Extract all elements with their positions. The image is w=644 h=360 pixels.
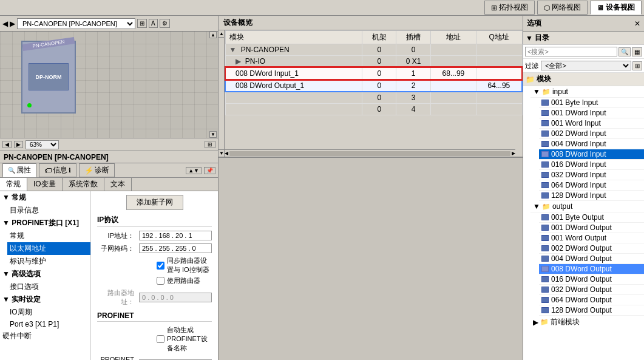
table-row-output[interactable]: 008 DWord Output_1 0 2 64...95 bbox=[225, 80, 522, 92]
nav-item-hw-interrupt[interactable]: 硬件中断 bbox=[0, 330, 90, 342]
table-row[interactable]: ▶ PN-IO 0 0 X1 bbox=[225, 56, 522, 68]
table-scroll-up[interactable]: ▲ bbox=[219, 30, 224, 38]
device-view-tab[interactable]: 🖥 设备视图 bbox=[590, 1, 642, 15]
col-rack: 机架 bbox=[362, 31, 396, 44]
options-close-btn[interactable]: ✕ bbox=[634, 19, 640, 28]
tree-item-032-dword-input[interactable]: 032 DWord Input bbox=[539, 170, 644, 180]
topology-icon: ⊞ bbox=[491, 4, 497, 12]
device-visual[interactable]: PN-CANOPEN DP-NORM bbox=[21, 41, 76, 114]
tab-general[interactable]: 常规 bbox=[0, 178, 27, 191]
table-scroll-right[interactable]: ▶ bbox=[512, 151, 515, 156]
tree-item-128-dword-output[interactable]: 128 DWord Output bbox=[539, 305, 644, 316]
table-row[interactable]: 0 3 bbox=[225, 92, 522, 104]
output-folder[interactable]: ▼ 📁 output bbox=[530, 201, 644, 212]
nav-item-profinet[interactable]: ▼ PROFINET接口 [X1] bbox=[0, 217, 90, 229]
options-search-btn1[interactable]: 🔍 bbox=[619, 47, 631, 56]
tree-item-002-dword-output[interactable]: 002 DWord Output bbox=[539, 243, 644, 254]
tree-item-001-dword-output[interactable]: 001 DWord Output bbox=[539, 223, 644, 233]
device-name-btn[interactable]: A bbox=[149, 19, 158, 28]
options-filter-select[interactable]: <全部> bbox=[541, 61, 631, 70]
subnet-mask-input[interactable] bbox=[139, 243, 212, 253]
tree-item-002-dword-input[interactable]: 002 DWord Input bbox=[539, 129, 644, 139]
nav-item-port[interactable]: Port e3 [X1 P1] bbox=[7, 319, 90, 330]
tree-item-008-dword-output[interactable]: 008 DWord Output bbox=[539, 264, 644, 274]
auto-profinet-name-checkbox[interactable] bbox=[157, 335, 164, 343]
info-tab[interactable]: 🏷 信息 ℹ bbox=[39, 163, 76, 177]
topology-view-tab[interactable]: ⊞ 拓扑视图 bbox=[484, 1, 535, 15]
bottom-panel-title: PN-CANOPEN [PN-CANOPEN] bbox=[4, 153, 109, 161]
tab-io-vars[interactable]: IO变量 bbox=[27, 178, 63, 191]
sync-router-checkbox[interactable] bbox=[157, 262, 164, 270]
col-addr: 地址 bbox=[430, 31, 476, 44]
tree-item-001-byte-input[interactable]: 001 Byte Input bbox=[539, 98, 644, 108]
zoom-selector[interactable]: 63% bbox=[25, 140, 59, 149]
input-folder[interactable]: ▼ 📁 input bbox=[530, 86, 644, 98]
zoom-left-nav[interactable]: ◀ bbox=[2, 141, 12, 148]
props-tab[interactable]: 🔍 属性 bbox=[2, 163, 36, 177]
search-icon: 🔍 bbox=[8, 167, 15, 174]
options-tree: 📁 模块 ▼ 📁 input bbox=[523, 73, 644, 328]
device-settings-btn[interactable]: ⚙ bbox=[160, 19, 170, 28]
props-nav: ▼ 常规 目录信息 ▼ PROFINET接口 [X1] 常规 以太网地址 标识与… bbox=[0, 191, 91, 360]
tree-item-016-dword-output[interactable]: 016 DWord Output bbox=[539, 274, 644, 285]
tree-item-032-dword-output[interactable]: 032 DWord Output bbox=[539, 285, 644, 295]
zoom-fit-btn[interactable]: ⊞ bbox=[205, 141, 215, 148]
tree-item-001-word-output[interactable]: 001 Word Output bbox=[539, 233, 644, 243]
panel-dock-btn[interactable]: 📌 bbox=[204, 167, 215, 174]
device-table-btn[interactable]: ⊞ bbox=[137, 19, 147, 28]
col-qaddr: Q地址 bbox=[476, 31, 522, 44]
directory-section-label: 目录 bbox=[535, 33, 549, 43]
table-scroll-down[interactable]: ▼ bbox=[219, 149, 224, 157]
device-table: 模块 机架 插槽 地址 bbox=[225, 30, 523, 115]
nav-item-directory[interactable]: 目录信息 bbox=[7, 204, 90, 217]
router-address-input[interactable] bbox=[139, 293, 212, 302]
nav-item-identity[interactable]: 标识与维护 bbox=[7, 255, 90, 268]
options-search-btn2[interactable]: ▦ bbox=[632, 47, 642, 56]
canvas-scroll-down[interactable]: ▼ bbox=[209, 131, 217, 138]
overview-table-container: ▲ ▼ 模块 机架 bbox=[219, 30, 523, 158]
tree-item-004-dword-input[interactable]: 004 DWord Input bbox=[539, 139, 644, 149]
add-subnet-btn[interactable]: 添加新子网 bbox=[126, 195, 183, 210]
table-row-input[interactable]: 008 DWord Input_1 0 1 68...99 bbox=[225, 67, 522, 80]
tab-text[interactable]: 文本 bbox=[104, 178, 132, 191]
tree-item-008-dword-input[interactable]: 008 DWord Input bbox=[539, 149, 644, 160]
tree-item-064-dword-input[interactable]: 064 DWord Input bbox=[539, 180, 644, 191]
nav-item-realtime[interactable]: ▼ 实时设定 bbox=[0, 293, 90, 306]
tree-item-001-dword-input[interactable]: 001 DWord Input bbox=[539, 108, 644, 118]
panel-expand-btn[interactable]: ▲▼ bbox=[186, 167, 202, 174]
use-router-checkbox[interactable] bbox=[157, 277, 164, 285]
nav-item-io-cycle[interactable]: IO周期 bbox=[7, 306, 90, 319]
tab-sys-const[interactable]: 系统常数 bbox=[63, 178, 104, 191]
table-scroll-left[interactable]: ◀ bbox=[225, 151, 228, 156]
options-filter-btn[interactable]: ⊞ bbox=[632, 61, 642, 70]
table-row[interactable]: 0 4 bbox=[225, 104, 522, 115]
props-content: 添加新子网 IP协议 IP地址： bbox=[91, 191, 218, 360]
nav-left-icon: ◀ bbox=[2, 19, 8, 28]
options-search-input[interactable] bbox=[525, 47, 617, 56]
nav-item-interface[interactable]: 接口选项 bbox=[7, 280, 90, 293]
nav-item-advanced[interactable]: ▼ 高级选项 bbox=[0, 268, 90, 280]
device-selector[interactable]: PN-CANOPEN [PN-CANOPEN] bbox=[17, 18, 135, 29]
device-status-dot bbox=[27, 103, 32, 107]
canvas-area: PN-CANOPEN DP-NORM ▲ ▼ bbox=[0, 32, 218, 138]
frontend-folder[interactable]: ▶ 📁 前端模块 bbox=[530, 316, 644, 328]
nav-item-pn-general[interactable]: 常规 bbox=[7, 229, 90, 242]
nav-item-general[interactable]: ▼ 常规 bbox=[0, 191, 90, 204]
diag-tab[interactable]: ⚡ 诊断 bbox=[79, 163, 115, 177]
ip-address-input[interactable] bbox=[139, 231, 212, 240]
device-inner-box: DP-NORM bbox=[29, 63, 69, 90]
canvas-scroll-up[interactable]: ▲ bbox=[209, 32, 217, 38]
tag-icon: 🏷 bbox=[44, 166, 52, 175]
ip-section: IP协议 IP地址： 子网掩码： bbox=[97, 215, 212, 307]
nav-item-ethernet[interactable]: 以太网地址 bbox=[7, 242, 90, 255]
table-row[interactable]: ▼ PN-CANOPEN 0 0 bbox=[225, 44, 522, 56]
tree-item-016-dword-input[interactable]: 016 DWord Input bbox=[539, 160, 644, 170]
tree-item-064-dword-output[interactable]: 064 DWord Output bbox=[539, 295, 644, 305]
tree-item-004-dword-output[interactable]: 004 DWord Output bbox=[539, 254, 644, 264]
modules-root[interactable]: 📁 模块 bbox=[523, 73, 644, 86]
zoom-right-nav[interactable]: ▶ bbox=[14, 141, 23, 148]
tree-item-128-dword-input[interactable]: 128 DWord Input bbox=[539, 191, 644, 201]
network-view-tab[interactable]: ⬡ 网络视图 bbox=[537, 1, 588, 15]
tree-item-001-byte-output[interactable]: 001 Byte Output bbox=[539, 212, 644, 223]
tree-item-001-word-input[interactable]: 001 Word Input bbox=[539, 118, 644, 129]
